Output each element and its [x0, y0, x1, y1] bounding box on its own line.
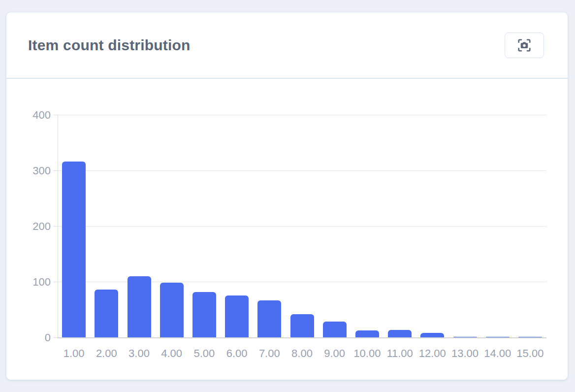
chart-title: Item count distribution — [28, 37, 191, 54]
bar[interactable] — [62, 162, 86, 337]
bar[interactable] — [290, 314, 314, 337]
bar[interactable] — [420, 333, 444, 337]
bar-chart: 01002003004001.002.003.004.005.006.007.0… — [6, 79, 568, 380]
bar[interactable] — [355, 330, 379, 337]
gridline — [58, 170, 546, 171]
y-axis-tick-mark — [53, 170, 58, 171]
bar[interactable] — [323, 322, 347, 337]
camera-capture-icon — [517, 38, 532, 53]
y-axis-tick-mark — [53, 226, 58, 227]
y-axis-tick-mark — [53, 337, 58, 338]
y-axis-tick-label: 0 — [21, 332, 51, 343]
bar[interactable] — [486, 337, 510, 337]
bar[interactable] — [388, 330, 412, 337]
bar[interactable] — [518, 337, 542, 337]
card-header: Item count distribution — [6, 12, 568, 79]
y-axis-line — [58, 115, 58, 337]
y-axis-tick-mark — [53, 115, 58, 115]
bar[interactable] — [160, 283, 184, 337]
bar[interactable] — [192, 292, 216, 337]
y-axis-tick-label: 100 — [21, 277, 51, 288]
x-axis-tick-label: 15.00 — [508, 348, 552, 359]
y-axis-tick-label: 400 — [21, 110, 51, 121]
bar[interactable] — [257, 300, 281, 337]
y-axis-tick-label: 300 — [21, 165, 51, 176]
x-axis-line — [58, 337, 546, 338]
bar[interactable] — [225, 295, 249, 337]
bar[interactable] — [453, 337, 477, 337]
bar[interactable] — [95, 290, 118, 337]
bar[interactable] — [128, 276, 151, 337]
y-axis-tick-label: 200 — [21, 221, 51, 232]
gridline — [58, 115, 546, 115]
capture-screenshot-button[interactable] — [505, 33, 544, 58]
chart-card: Item count distribution 01002003004001.0… — [6, 12, 568, 380]
y-axis-tick-mark — [53, 282, 58, 282]
gridline — [58, 226, 546, 227]
